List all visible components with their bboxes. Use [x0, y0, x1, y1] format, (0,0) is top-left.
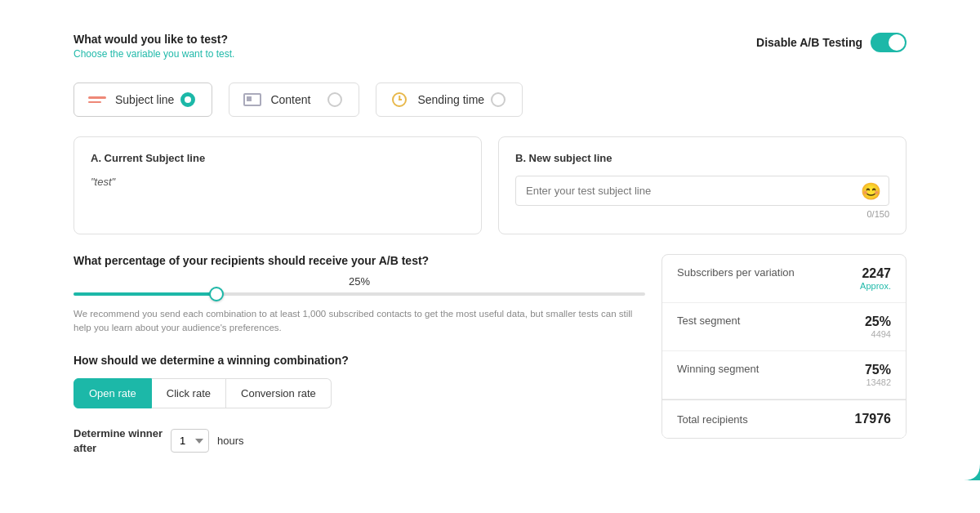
stats-panel-container: Subscribers per variation 2247 Approx. T…	[662, 254, 906, 456]
char-count: 0/150	[515, 209, 889, 219]
test-option-sending-label: Sending time	[417, 93, 484, 106]
disable-ab-label: Disable A/B Testing	[756, 36, 862, 49]
test-segment-sub-value: 4494	[865, 329, 891, 339]
subscribers-sub-value: Approx.	[860, 281, 891, 291]
winning-segment-label: Winning segment	[677, 363, 759, 375]
hours-label: hours	[217, 435, 244, 447]
test-option-subject-label: Subject line	[115, 93, 174, 106]
subject-line-input[interactable]	[515, 176, 889, 206]
test-segment-value-wrap: 25% 4494	[865, 314, 891, 339]
ab-testing-toggle[interactable]	[871, 33, 906, 52]
stats-row-total: Total recipients 17976	[662, 400, 906, 438]
slider-fill	[74, 292, 216, 296]
click-rate-button[interactable]: Click rate	[152, 378, 226, 408]
subscribers-value-wrap: 2247 Approx.	[860, 266, 891, 291]
panel-a-content: "test"	[91, 176, 465, 188]
panel-a: A. Current Subject line "test"	[74, 136, 482, 234]
lower-section: What percentage of your recipients shoul…	[74, 254, 906, 456]
winning-segment-main-value: 75%	[865, 363, 891, 377]
slider-hint: We recommend you send each combination t…	[74, 307, 645, 336]
slider-thumb[interactable]	[209, 287, 224, 301]
subscribers-label: Subscribers per variation	[677, 266, 795, 279]
test-option-content[interactable]: Content	[229, 83, 359, 117]
test-segment-main-value: 25%	[865, 314, 891, 328]
total-value: 17976	[855, 412, 892, 426]
open-rate-button[interactable]: Open rate	[74, 378, 152, 408]
header-left: What would you like to test? Choose the …	[74, 33, 234, 60]
percentage-value: 25%	[74, 275, 645, 288]
ab-panels: A. Current Subject line "test" B. New su…	[74, 136, 906, 234]
stats-row-winning-segment: Winning segment 75% 13482	[662, 351, 906, 399]
sending-radio	[491, 92, 506, 107]
panel-b-input-wrap: 😊	[515, 176, 889, 206]
winning-section: How should we determine a winning combin…	[74, 354, 645, 408]
stats-row-test-segment: Test segment 25% 4494	[662, 303, 906, 351]
percentage-question: What percentage of your recipients shoul…	[74, 254, 645, 267]
determine-label-line2: after	[74, 442, 96, 454]
percentage-section: What percentage of your recipients shoul…	[74, 254, 645, 336]
test-segment-label: Test segment	[677, 314, 740, 327]
page-title: What would you like to test?	[74, 33, 234, 46]
panel-b-title: B. New subject line	[515, 152, 889, 164]
subject-line-icon	[86, 91, 109, 108]
determine-label: Determine winner after	[74, 426, 163, 456]
header-row: What would you like to test? Choose the …	[74, 33, 906, 60]
slider-track	[74, 292, 645, 296]
slider-wrap	[74, 292, 645, 296]
winning-segment-value-wrap: 75% 13482	[865, 363, 891, 387]
hours-select[interactable]: 1 2 3 6 12 24	[171, 429, 209, 453]
corner-decoration	[947, 448, 980, 480]
test-option-sending[interactable]: Sending time	[376, 83, 523, 117]
page-subtitle: Choose the variable you want to test.	[74, 48, 234, 60]
rate-buttons: Open rate Click rate Conversion rate	[74, 378, 645, 408]
total-label: Total recipients	[677, 413, 748, 426]
test-option-content-label: Content	[270, 93, 321, 106]
winning-question: How should we determine a winning combin…	[74, 354, 645, 367]
lower-left: What percentage of your recipients shoul…	[74, 254, 645, 456]
content-icon	[241, 91, 264, 108]
winning-segment-sub-value: 13482	[865, 377, 891, 387]
subscribers-main-value: 2247	[862, 266, 891, 280]
subject-radio	[180, 92, 195, 107]
determine-label-line1: Determine winner	[74, 427, 163, 439]
content-radio	[327, 92, 342, 107]
test-option-subject[interactable]: Subject line	[74, 83, 212, 117]
determine-row: Determine winner after 1 2 3 6 12 24 hou…	[74, 426, 645, 456]
conversion-rate-button[interactable]: Conversion rate	[226, 378, 332, 408]
sending-time-icon	[388, 91, 411, 108]
header-right: Disable A/B Testing	[756, 33, 906, 52]
panel-a-title: A. Current Subject line	[91, 152, 465, 164]
panel-b: B. New subject line 😊 0/150	[498, 136, 906, 234]
emoji-icon[interactable]: 😊	[861, 181, 881, 201]
stats-row-subscribers: Subscribers per variation 2247 Approx.	[662, 255, 906, 303]
stats-panel: Subscribers per variation 2247 Approx. T…	[662, 254, 906, 439]
test-selector: Subject line Content Sending time	[74, 83, 906, 117]
